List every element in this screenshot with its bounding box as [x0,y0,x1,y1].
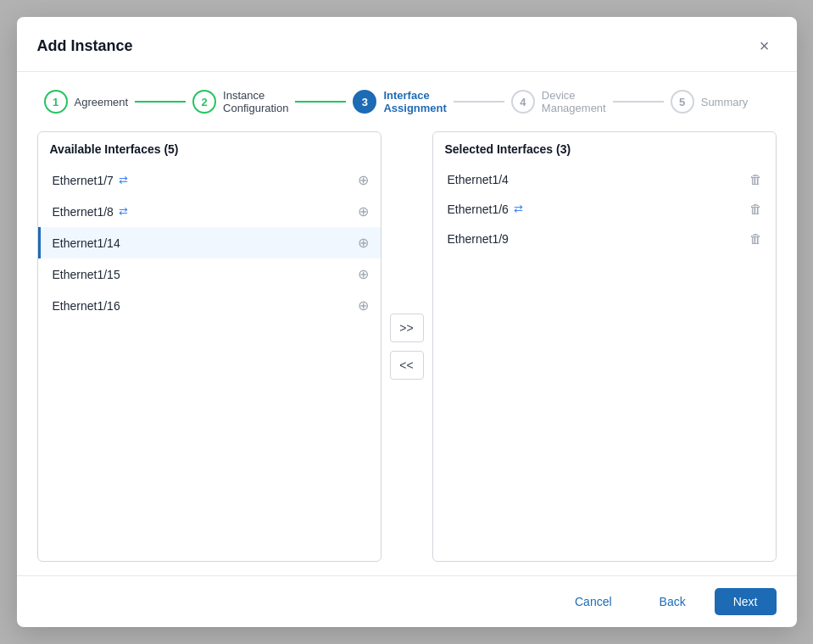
add-item-button[interactable]: ⊕ [354,202,372,221]
panels-row: Available Interfaces (5) Ethernet1/7 ⇄ ⊕… [37,131,777,562]
step-1: 1 Agreement [44,90,129,114]
modal-body: Available Interfaces (5) Ethernet1/7 ⇄ ⊕… [17,131,797,575]
list-item[interactable]: Ethernet1/15 ⊕ [38,258,381,290]
remove-item-button[interactable]: 🗑 [744,170,767,188]
step-label-5: Summary [701,96,749,108]
transfer-controls: >> << [381,131,432,562]
modal-title: Add Instance [37,37,133,55]
list-item[interactable]: Ethernet1/4 🗑 [433,164,776,194]
item-name: Ethernet1/8 [53,205,114,219]
item-name: Ethernet1/4 [448,173,509,186]
list-item-label: Ethernet1/7 ⇄ [53,174,128,187]
selected-interfaces-list: Ethernet1/4 🗑 Ethernet1/6 ⇄ 🗑 Ethe [433,164,776,561]
move-all-left-button[interactable]: << [390,351,424,380]
add-item-button[interactable]: ⊕ [354,296,372,315]
add-instance-modal: Add Instance × 1 Agreement 2 InstanceCon… [17,17,797,627]
list-item[interactable]: Ethernet1/9 🗑 [433,224,776,253]
step-circle-3: 3 [353,90,376,114]
list-item-label: Ethernet1/9 [448,232,509,246]
cancel-button[interactable]: Cancel [556,588,631,615]
add-item-button[interactable]: ⊕ [354,170,372,190]
available-interfaces-list: Ethernet1/7 ⇄ ⊕ Ethernet1/8 ⇄ ⊕ [38,164,381,561]
step-circle-2: 2 [192,90,216,114]
item-name: Ethernet1/6 [448,203,509,216]
list-item[interactable]: Ethernet1/14 ⊕ [38,227,381,258]
step-circle-1: 1 [44,90,68,114]
item-name: Ethernet1/9 [448,232,509,246]
step-4: 4 DeviceManagement [511,89,606,114]
back-button[interactable]: Back [641,588,704,615]
share-icon: ⇄ [514,203,523,215]
item-name: Ethernet1/15 [53,268,120,281]
selected-interfaces-title: Selected Interfaces (3) [433,132,776,164]
add-item-button[interactable]: ⊕ [354,264,372,284]
available-interfaces-title: Available Interfaces (5) [38,132,381,164]
step-line-3 [454,101,504,103]
step-line-2 [295,101,346,103]
item-name: Ethernet1/7 [53,174,114,187]
list-item-label: Ethernet1/4 [448,173,509,186]
step-label-3: InterfaceAssignment [383,89,446,114]
list-item[interactable]: Ethernet1/7 ⇄ ⊕ [38,164,381,196]
list-item-label: Ethernet1/15 [53,268,120,281]
step-circle-4: 4 [511,90,535,114]
list-item-label: Ethernet1/16 [53,299,120,313]
step-5: 5 Summary [671,90,749,114]
move-all-right-button[interactable]: >> [390,314,424,342]
next-button[interactable]: Next [715,588,777,615]
list-item[interactable]: Ethernet1/6 ⇄ 🗑 [433,194,776,224]
list-item-label: Ethernet1/14 [53,236,120,250]
close-button[interactable]: × [753,34,777,58]
modal-footer: Cancel Back Next [17,575,797,627]
available-interfaces-panel: Available Interfaces (5) Ethernet1/7 ⇄ ⊕… [37,131,381,562]
step-label-2: InstanceConfiguration [223,89,288,114]
share-icon: ⇄ [119,205,128,218]
step-line-4 [613,101,664,103]
remove-item-button[interactable]: 🗑 [744,200,767,218]
item-name: Ethernet1/16 [53,299,120,313]
modal-header: Add Instance × [17,17,797,72]
share-icon: ⇄ [119,174,128,186]
list-item-label: Ethernet1/8 ⇄ [53,205,128,219]
stepper: 1 Agreement 2 InstanceConfiguration 3 In… [17,72,797,131]
step-circle-5: 5 [671,90,694,114]
step-line-1 [135,101,186,103]
selected-interfaces-panel: Selected Interfaces (3) Ethernet1/4 🗑 Et… [432,131,777,562]
item-name: Ethernet1/14 [53,236,120,250]
step-2: 2 InstanceConfiguration [192,89,288,114]
step-label-4: DeviceManagement [542,89,606,114]
list-item-label: Ethernet1/6 ⇄ [448,203,523,216]
step-label-1: Agreement [75,96,129,108]
step-3: 3 InterfaceAssignment [353,89,446,114]
remove-item-button[interactable]: 🗑 [744,230,767,247]
add-item-button[interactable]: ⊕ [354,233,372,253]
list-item[interactable]: Ethernet1/8 ⇄ ⊕ [38,196,381,227]
list-item[interactable]: Ethernet1/16 ⊕ [38,290,381,321]
